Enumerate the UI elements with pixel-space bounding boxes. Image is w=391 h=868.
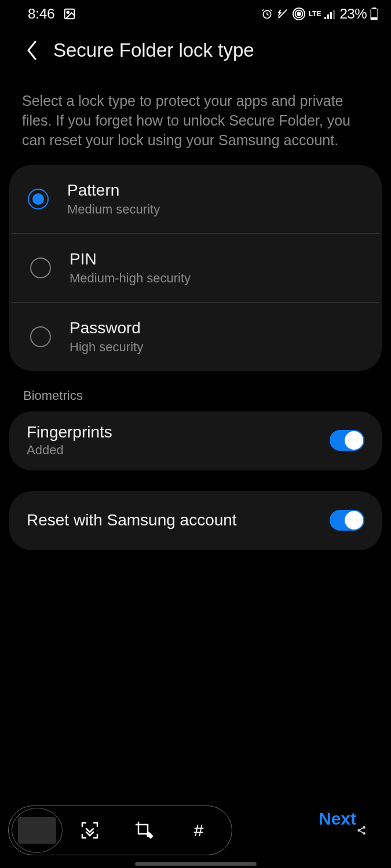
signal-icon xyxy=(324,9,336,19)
radio-pattern[interactable] xyxy=(28,189,49,209)
screenshot-toolbar: # xyxy=(8,806,232,855)
svg-rect-9 xyxy=(330,12,332,19)
battery-percentage: 23% xyxy=(339,6,367,22)
description-text: Select a lock type to protect your apps … xyxy=(9,79,382,165)
svg-rect-12 xyxy=(372,8,376,9)
status-bar: 8:46 LTE 23% xyxy=(0,0,391,24)
page-title: Secure Folder lock type xyxy=(53,39,254,61)
status-time: 8:46 xyxy=(28,6,55,22)
reset-toggle[interactable] xyxy=(330,510,364,531)
option-title: Pattern xyxy=(67,181,160,200)
alarm-icon xyxy=(261,8,273,20)
svg-rect-10 xyxy=(333,10,335,19)
next-button[interactable]: Next xyxy=(319,809,356,829)
svg-point-1 xyxy=(67,11,69,13)
radio-password[interactable] xyxy=(30,326,51,347)
tag-button[interactable]: # xyxy=(171,807,226,854)
option-title: Password xyxy=(70,319,143,337)
reset-card: Reset with Samsung account xyxy=(9,491,382,550)
radio-pin[interactable] xyxy=(30,258,51,278)
hotspot-icon xyxy=(293,8,305,20)
option-password[interactable]: Password High security xyxy=(12,302,379,371)
crop-edit-button[interactable] xyxy=(117,807,171,854)
svg-line-17 xyxy=(360,828,363,830)
svg-point-4 xyxy=(297,12,301,16)
option-subtitle: High security xyxy=(70,340,143,355)
scroll-capture-button[interactable] xyxy=(63,807,117,854)
fingerprints-row[interactable]: Fingerprints Added xyxy=(9,411,382,470)
fingerprints-subtitle: Added xyxy=(27,443,112,458)
content-area: Select a lock type to protect your apps … xyxy=(0,79,391,550)
svg-line-18 xyxy=(360,831,363,833)
option-pattern[interactable]: Pattern Medium security xyxy=(9,165,382,233)
lte-indicator: LTE xyxy=(309,10,321,17)
vibrate-icon xyxy=(276,8,289,20)
battery-icon xyxy=(370,8,378,20)
biometrics-card: Fingerprints Added xyxy=(9,411,382,470)
screenshot-thumbnail[interactable] xyxy=(12,808,63,853)
back-icon[interactable] xyxy=(24,39,39,61)
option-pin[interactable]: PIN Medium-high security xyxy=(12,233,379,302)
picture-icon xyxy=(63,8,76,20)
svg-rect-7 xyxy=(324,17,326,19)
lock-options-card: Pattern Medium security PIN Medium-high … xyxy=(9,165,382,371)
share-button[interactable] xyxy=(356,825,379,836)
biometrics-header: Biometrics xyxy=(9,371,382,411)
home-indicator[interactable] xyxy=(135,862,257,866)
app-bar: Secure Folder lock type xyxy=(0,24,391,79)
option-title: PIN xyxy=(70,250,191,269)
svg-rect-13 xyxy=(371,17,377,20)
status-left: 8:46 xyxy=(28,6,76,22)
svg-rect-8 xyxy=(327,14,329,19)
reset-title: Reset with Samsung account xyxy=(27,511,237,529)
option-subtitle: Medium security xyxy=(67,202,160,217)
reset-row[interactable]: Reset with Samsung account xyxy=(9,491,382,550)
status-right: LTE 23% xyxy=(261,6,378,22)
fingerprints-toggle[interactable] xyxy=(330,430,364,451)
fingerprints-title: Fingerprints xyxy=(27,423,112,442)
option-subtitle: Medium-high security xyxy=(70,271,191,286)
